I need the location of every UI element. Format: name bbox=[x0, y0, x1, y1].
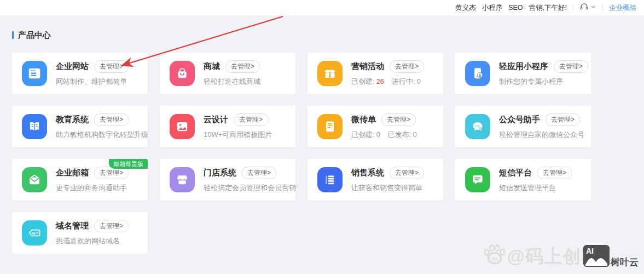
product-card-domain-management[interactable]: w.= 域名管理 去管理> 挑选喜欢的网站域名 bbox=[12, 212, 148, 254]
manage-button[interactable]: 去管理> bbox=[554, 60, 588, 73]
product-title: 云设计 bbox=[204, 115, 228, 125]
shopping-bag-icon bbox=[170, 61, 195, 86]
product-title: 轻应用小程序 bbox=[499, 61, 548, 72]
manage-button[interactable]: 去管理> bbox=[94, 220, 129, 232]
product-desc: 10W+可商用模板图片 bbox=[204, 130, 272, 140]
product-title: 公众号助手 bbox=[499, 115, 540, 125]
manage-button[interactable]: 去管理> bbox=[242, 167, 276, 179]
product-desc: 让获客和销售变得简单 bbox=[351, 183, 424, 193]
product-title: 营销活动 bbox=[351, 61, 384, 72]
ai-image-badge: AI bbox=[583, 245, 610, 267]
topbar: 黄义杰 小程序 SEO 营销,下午好! 企业概括 bbox=[0, 0, 644, 15]
product-card-store-system[interactable]: 门店系统 去管理> 轻松搞定会员管理和会员营销 bbox=[160, 159, 295, 201]
headset-icon bbox=[579, 2, 589, 13]
domain-icon: w.= bbox=[22, 220, 47, 246]
product-desc: 挑选喜欢的网站域名 bbox=[56, 236, 129, 246]
stat-value: 0 bbox=[413, 130, 416, 139]
product-title: 销售系统 bbox=[351, 168, 384, 178]
section-accent-bar bbox=[12, 31, 14, 39]
product-card-marketing[interactable]: 营销活动 去管理> 已创建:26进行中:0 bbox=[308, 53, 443, 94]
paw-icon: du bbox=[482, 242, 507, 270]
product-grid: 企业网站 去管理> 网站制作、维护都简单 商城 去管理> 轻松打造在线商城 bbox=[12, 53, 644, 254]
manage-button[interactable]: 去管理> bbox=[390, 60, 424, 73]
sms-bubble-icon bbox=[465, 167, 490, 192]
product-card-micro-flyer[interactable]: 微传单 去管理> 已创建:0已发布:0 bbox=[308, 106, 443, 147]
page-title: 产品中心 bbox=[18, 30, 51, 41]
product-title: 企业邮箱 bbox=[56, 168, 89, 178]
stat-value: 26 bbox=[376, 77, 384, 85]
stat-value: 0 bbox=[417, 77, 421, 85]
watermark: du @码上创客 AI 树叶云 bbox=[482, 242, 639, 270]
svg-text:du: du bbox=[491, 255, 497, 261]
product-card-mall[interactable]: 商城 去管理> 轻松打造在线商城 bbox=[160, 53, 295, 94]
chevron-down-icon bbox=[590, 4, 596, 12]
manage-button[interactable]: 去管理> bbox=[94, 113, 129, 126]
product-desc: 短信发送管理平台 bbox=[499, 183, 572, 193]
stat-label: 已创建: bbox=[351, 130, 375, 139]
username-link[interactable]: 黄义杰 bbox=[455, 3, 476, 13]
product-desc: 更专业的商务沟通助手 bbox=[56, 183, 129, 193]
product-title: 商城 bbox=[204, 61, 220, 72]
product-card-education[interactable]: 教育系统 去管理> 助力教培机构数字化转型升级 bbox=[12, 106, 148, 147]
main-content: 产品中心 企业网站 去管理> 网站制作、维护都简单 商城 bbox=[0, 15, 644, 254]
manage-button[interactable]: 去管理> bbox=[546, 113, 580, 126]
product-card-official-account-assistant[interactable]: 公众号助手 去管理> 轻松管理自家的微信公众号 bbox=[455, 106, 591, 147]
envelope-icon bbox=[22, 167, 47, 192]
product-desc: 制作您的专属小程序 bbox=[499, 77, 588, 87]
stat-label: 进行中: bbox=[392, 77, 415, 85]
product-title: 门店系统 bbox=[204, 168, 236, 178]
manage-button[interactable]: 去管理> bbox=[381, 113, 416, 126]
product-desc: 轻松搞定会员管理和会员营销 bbox=[204, 183, 295, 193]
support-menu[interactable] bbox=[579, 2, 596, 13]
product-stats: 已创建:0已发布:0 bbox=[351, 130, 425, 140]
manage-button[interactable]: 去管理> bbox=[390, 167, 424, 179]
manage-button[interactable]: 去管理> bbox=[225, 60, 260, 73]
miniprogram-icon: S bbox=[465, 61, 490, 86]
product-title: 域名管理 bbox=[56, 221, 89, 231]
nav-miniprogram[interactable]: 小程序 bbox=[482, 3, 503, 13]
product-desc: 助力教培机构数字化转型升级 bbox=[56, 130, 148, 140]
open-book-icon bbox=[22, 114, 47, 139]
product-desc: 轻松打造在线商城 bbox=[204, 77, 260, 87]
stat-label: 已创建: bbox=[351, 77, 375, 85]
product-card-lite-miniprogram[interactable]: S 轻应用小程序 去管理> 制作您的专属小程序 bbox=[455, 53, 591, 94]
nav-seo[interactable]: SEO bbox=[508, 4, 523, 12]
product-card-sales-system[interactable]: 销售系统 去管理> 让获客和销售变得简单 bbox=[308, 159, 443, 201]
product-card-cloud-design[interactable]: 云设计 去管理> 10W+可商用模板图片 bbox=[160, 106, 295, 147]
stat-label: 已发布: bbox=[388, 130, 411, 139]
manage-button[interactable]: 去管理> bbox=[94, 60, 129, 73]
product-title: 短信平台 bbox=[499, 168, 532, 178]
divider bbox=[602, 4, 603, 12]
divider bbox=[573, 4, 573, 12]
product-card-enterprise-website[interactable]: 企业网站 去管理> 网站制作、维护都简单 bbox=[12, 53, 148, 94]
stat-value: 0 bbox=[376, 130, 380, 139]
svg-text:S: S bbox=[479, 73, 481, 77]
product-card-enterprise-mailbox[interactable]: 邮箱尊贵版 企业邮箱 去管理> 更专业的商务沟通助手 bbox=[12, 159, 148, 201]
product-desc: 轻松管理自家的微信公众号 bbox=[499, 130, 584, 140]
storefront-icon bbox=[170, 167, 195, 192]
list-icon bbox=[317, 167, 343, 192]
browser-icon bbox=[22, 61, 47, 86]
svg-text:w.=: w.= bbox=[31, 231, 38, 236]
section-header: 产品中心 bbox=[12, 30, 644, 41]
product-title: 企业网站 bbox=[56, 61, 89, 72]
product-card-sms-platform[interactable]: 短信平台 去管理> 短信发送管理平台 bbox=[455, 159, 591, 201]
premium-badge: 邮箱尊贵版 bbox=[109, 159, 148, 169]
manage-button[interactable]: 去管理> bbox=[234, 113, 268, 126]
flyer-icon bbox=[317, 114, 343, 139]
manage-button[interactable]: 去管理> bbox=[537, 167, 572, 179]
gift-icon bbox=[317, 61, 343, 86]
product-title: 教育系统 bbox=[56, 115, 89, 125]
product-desc: 网站制作、维护都简单 bbox=[56, 77, 129, 87]
product-title: 微传单 bbox=[351, 115, 376, 125]
image-icon bbox=[170, 114, 195, 139]
wechat-assistant-icon bbox=[465, 114, 490, 139]
product-stats: 已创建:26进行中:0 bbox=[351, 77, 428, 87]
watermark-brand: 树叶云 bbox=[611, 256, 639, 269]
greeting-text: 营销,下午好! bbox=[529, 3, 567, 13]
enterprise-overview-link[interactable]: 企业概括 bbox=[609, 3, 636, 13]
